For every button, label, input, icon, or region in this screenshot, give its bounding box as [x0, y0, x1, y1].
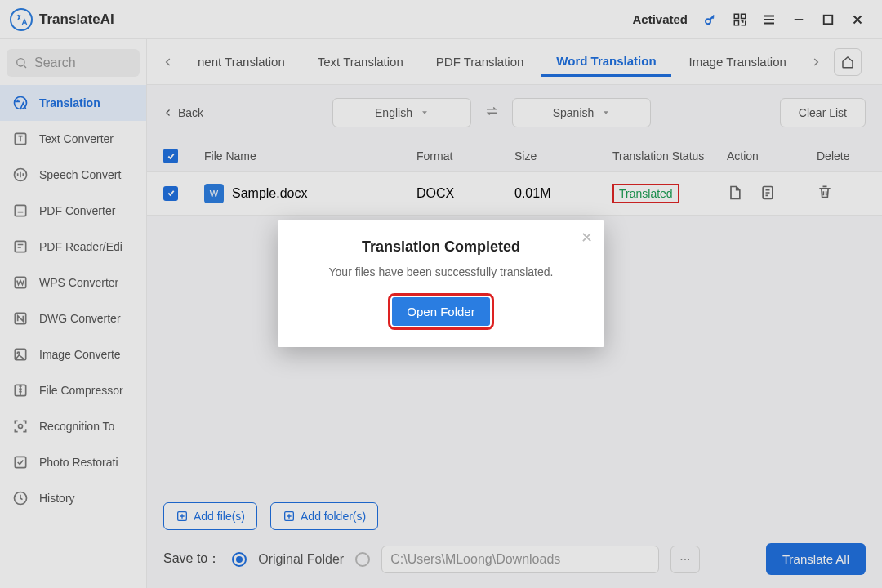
modal-close-icon[interactable]: ✕: [581, 229, 593, 247]
modal-title: Translation Completed: [294, 238, 588, 256]
modal-message: Your files have been successfully transl…: [294, 264, 588, 281]
completion-modal: ✕ Translation Completed Your files have …: [278, 220, 604, 347]
modal-overlay: ✕ Translation Completed Your files have …: [0, 0, 882, 588]
open-folder-button[interactable]: Open Folder: [392, 297, 489, 326]
